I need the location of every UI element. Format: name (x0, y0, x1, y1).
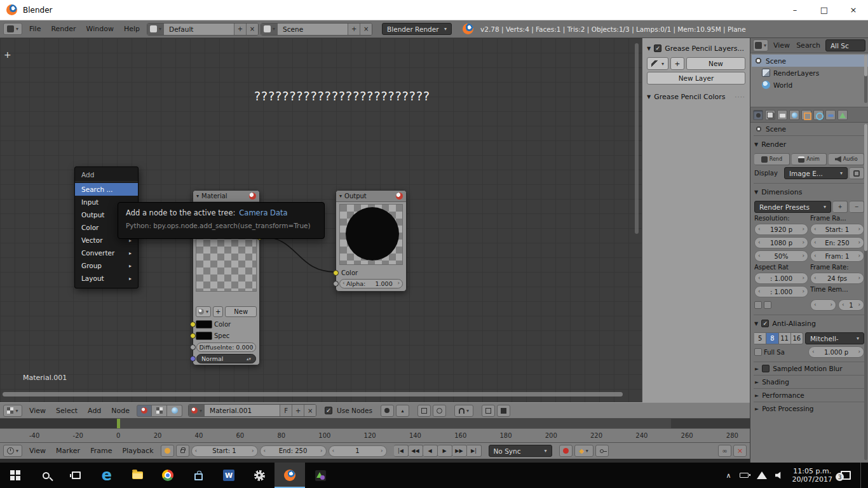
blender-taskbar-button[interactable] (275, 463, 305, 488)
maximize-button[interactable]: □ (810, 0, 839, 20)
output-color-input-socket[interactable] (333, 270, 339, 276)
grease-pencil-add-button[interactable]: + (670, 57, 684, 70)
action-center-icon[interactable]: 3 (841, 471, 851, 480)
start-button[interactable] (0, 463, 31, 488)
info-menu-item[interactable]: Help (119, 25, 145, 33)
lock-button[interactable] (176, 445, 189, 457)
add-menu-item[interactable]: Layout ▸ (75, 272, 138, 285)
snap-button[interactable]: ▾ (454, 405, 473, 417)
keying-set-button[interactable]: ◆▾ (574, 445, 593, 457)
store-button[interactable] (183, 463, 214, 488)
render-anim-button[interactable]: Anim (792, 153, 827, 165)
aspect-y-field[interactable]: ‹: 1.000› (754, 286, 808, 297)
shader-type-texture-button[interactable] (152, 405, 167, 417)
node-collapse-icon[interactable]: ▾ (196, 193, 199, 199)
node-collapse-icon[interactable]: ▾ (339, 193, 342, 199)
material-add-button[interactable]: + (213, 306, 223, 317)
timeline-menu-item[interactable]: View (24, 447, 51, 455)
screen-layout-browse-button[interactable]: ▾ (147, 24, 164, 35)
record-button[interactable] (559, 445, 573, 457)
node-menu-item[interactable]: Add (83, 407, 106, 415)
info-menu-item[interactable]: Window (81, 25, 119, 33)
material-new-button[interactable]: New (225, 306, 257, 317)
word-button[interactable]: W (214, 463, 244, 488)
material-browse-button[interactable]: ▾ (189, 405, 205, 416)
material-node-header[interactable]: ▾ Material (193, 191, 259, 202)
frame-start-field[interactable]: ‹Start: 1› (810, 224, 864, 235)
current-frame-marker[interactable] (117, 419, 120, 428)
show-desktop-button[interactable] (860, 463, 863, 488)
pin-button[interactable] (381, 405, 394, 417)
sync-mode-select[interactable]: No Sync▾ (489, 445, 552, 457)
diffuse-intensity-slider[interactable]: ‹DiffuseInte: 0.000› (196, 342, 256, 352)
copy-node-button[interactable] (482, 405, 495, 417)
add-menu-item[interactable]: Search ... ▸ (75, 183, 138, 196)
outliner-item[interactable]: Scene (752, 55, 868, 67)
grease-pencil-source-button[interactable]: ▾ (647, 57, 668, 70)
output-alpha-input-socket[interactable] (333, 281, 339, 287)
add-menu-item[interactable]: Converter ▸ (75, 247, 138, 259)
node-menu-item[interactable]: View (24, 407, 51, 415)
shader-type-world-button[interactable] (167, 405, 182, 417)
properties-tab-icon[interactable] (765, 110, 775, 120)
parent-node-tree-button[interactable]: ▴ (396, 405, 409, 417)
use-nodes-checkbox[interactable]: ✓ (325, 407, 332, 414)
file-explorer-button[interactable] (122, 463, 153, 488)
normal-input-socket[interactable] (190, 356, 196, 362)
diffuse-input-socket[interactable] (190, 344, 196, 350)
fake-user-button[interactable]: F (280, 405, 292, 416)
playback-button[interactable]: ◀ (423, 445, 438, 457)
border-checkbox[interactable] (754, 301, 762, 309)
playback-button[interactable]: ▶▶ (452, 445, 467, 457)
resolution-percentage-field[interactable]: ‹50%› (754, 250, 808, 262)
editor-type-button[interactable]: ▾ (3, 23, 22, 35)
output-preview-toggle-icon[interactable] (396, 193, 403, 200)
render-audio-button[interactable]: Audio (829, 153, 864, 165)
outliner-display-filter[interactable]: All Sc (825, 39, 865, 51)
outliner-item[interactable]: World (752, 79, 868, 91)
timeline-editor-type-button[interactable]: ▾ (3, 445, 22, 457)
output-node[interactable]: ▾ Output Color ‹ Alpha: 1.000 › (336, 190, 407, 292)
battery-icon[interactable] (740, 473, 749, 478)
timeline-ruler[interactable]: -40-200204060801001201401601802002202402… (0, 428, 750, 442)
taskbar-clock[interactable]: 11:05 p.m. 20/07/2017 (792, 467, 832, 484)
playback-button[interactable]: ▶ (438, 445, 452, 457)
display-screen-button[interactable] (850, 167, 864, 179)
timeline-track[interactable] (0, 419, 750, 428)
info-menu-item[interactable]: Render (46, 25, 81, 33)
collapsed-panel-header[interactable]: ► Shading (754, 375, 865, 388)
grease-pencil-layers-panel-header[interactable]: ▼ ✓ Grease Pencil Layers... ···· (647, 41, 745, 55)
backdrop-button[interactable] (417, 405, 431, 417)
pinned-app-button[interactable] (305, 463, 336, 488)
new-layer-button[interactable]: New Layer (647, 72, 745, 85)
material-preview-toggle-icon[interactable] (249, 193, 256, 200)
info-menu-item[interactable]: File (24, 25, 46, 33)
unlink-button[interactable]: × (733, 445, 747, 457)
outliner-editor-type-button[interactable]: ▾ (753, 39, 768, 51)
full-sample-checkbox[interactable] (754, 348, 762, 356)
properties-tab-icon[interactable] (801, 110, 811, 120)
current-frame-field[interactable]: ‹1› (329, 445, 387, 457)
color-input-socket[interactable] (190, 322, 196, 327)
paste-node-button[interactable] (497, 405, 510, 417)
wifi-icon[interactable] (757, 471, 767, 479)
settings-button[interactable] (244, 463, 275, 488)
spec-swatch[interactable] (196, 332, 212, 340)
material-browse-button[interactable]: ▾ (196, 306, 211, 317)
edge-button[interactable]: e (92, 463, 122, 488)
add-scene-button[interactable]: + (348, 24, 360, 35)
properties-tab-icon[interactable] (837, 110, 848, 120)
output-node-header[interactable]: ▾ Output (336, 191, 406, 202)
remove-preset-button[interactable]: − (850, 201, 864, 213)
render-button[interactable]: Rend (754, 153, 790, 165)
spec-input-socket[interactable] (190, 333, 196, 339)
node-menu-item[interactable]: Select (51, 407, 83, 415)
alpha-slider[interactable]: ‹ Alpha: 1.000 › (339, 279, 403, 288)
frame-rate-select[interactable]: ‹24 fps› (810, 273, 864, 284)
timeline-frame-end-field[interactable]: ‹End: 250› (260, 445, 327, 457)
new-material-button[interactable]: + (292, 405, 304, 416)
display-mode-select[interactable]: Image E...▾ (784, 167, 848, 179)
panel-grip-icon[interactable]: ···· (735, 93, 745, 100)
render-engine-select[interactable]: Blender Render▾ (382, 23, 452, 35)
screen-layout-name[interactable]: Default (164, 24, 234, 35)
